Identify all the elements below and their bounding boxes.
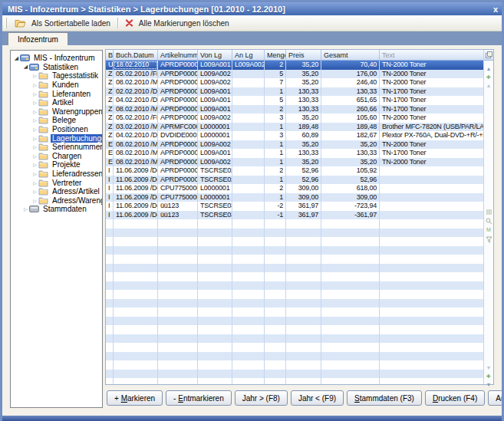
cell-text[interactable]: TN-2000 Toner (380, 158, 483, 167)
collapse-arrow-icon[interactable]: ◢ (13, 55, 20, 61)
table-row[interactable]: Z03.02.2010 /MiAPRMFC00001L00000011189,4… (106, 123, 483, 132)
scroll-up-icon[interactable]: ▲ (484, 83, 493, 88)
cell-von[interactable]: L009A002 (198, 113, 232, 123)
cell-von[interactable]: L009A002 (198, 70, 232, 79)
cell-datum[interactable]: 04.02.2010 /Do (114, 96, 158, 105)
scroll-last-icon[interactable]: ▼ (484, 382, 493, 387)
cell-menge[interactable]: -2 (265, 202, 286, 211)
cell-gesamt[interactable]: 176,00 (321, 70, 380, 79)
column-header-von[interactable]: Von Lg (198, 50, 232, 60)
cell-gesamt[interactable]: 130,33 (321, 87, 380, 97)
cell-von[interactable]: L009A002 (198, 78, 232, 87)
cell-preis[interactable]: 52,96 (286, 166, 321, 176)
expand-arrow-icon[interactable]: ▷ (31, 180, 38, 186)
cell-typ[interactable]: Z (106, 78, 114, 87)
cell-preis[interactable]: 35,20 (286, 158, 321, 167)
cell-von[interactable]: L009A001 (198, 105, 232, 114)
table-row[interactable]: Z05.02.2010 /FrAPRDP00001L009A002535,201… (106, 70, 483, 79)
cell-von[interactable]: TSCRSE02 (198, 166, 232, 176)
cell-artikel[interactable]: CPU77500007 (158, 184, 198, 193)
columns-icon[interactable] (484, 209, 493, 215)
cell-text[interactable]: TN-1700 Toner (380, 87, 483, 97)
cell-gesamt[interactable]: 651,65 (321, 96, 380, 105)
tree-item-stammdaten[interactable]: ▷Stammdaten (11, 205, 102, 214)
cell-datum[interactable]: 11.06.2009 /Do (114, 202, 158, 211)
cell-von[interactable]: L0000001 (198, 131, 232, 140)
cell-datum[interactable]: 11.06.2009 /Do (114, 184, 158, 193)
cell-menge[interactable]: 1 (265, 123, 286, 132)
cell-von[interactable]: TSCRSE03 (198, 211, 232, 220)
cell-typ[interactable]: Z (106, 131, 114, 140)
table-row[interactable]: I11.06.2009 /Doüü123TSCRSE03-1361,97-361… (106, 211, 483, 220)
button-stammdaten-f3[interactable]: Stammdaten (F3) (347, 390, 422, 406)
scroll-down-icon[interactable]: ▼ (484, 365, 493, 370)
cell-menge[interactable]: 1 (265, 149, 286, 158)
scroll-first-icon[interactable]: ▲ (484, 66, 493, 71)
tree-item-mis-infozentrum[interactable]: ◢MIS - Infozentrum (11, 54, 102, 63)
cell-menge[interactable]: 5 (265, 70, 286, 79)
tree-item-seriennummern[interactable]: ▷Seriennummern (11, 143, 102, 152)
close-icon[interactable]: x (489, 5, 502, 14)
cell-gesamt[interactable]: 130,33 (321, 149, 380, 158)
cell-von[interactable]: L009A001 (198, 87, 232, 97)
cell-menge[interactable]: 1 (265, 176, 286, 185)
button-jahr-f9[interactable]: Jahr < (F9) (291, 390, 344, 406)
cell-text[interactable] (380, 211, 483, 220)
cell-text[interactable]: TN-2000 Toner (380, 70, 483, 79)
table-row[interactable]: Z02.02.2010 /DiAPRDP00002L009A0011130,33… (106, 87, 483, 97)
cell-preis[interactable]: 130,33 (286, 96, 321, 105)
expand-arrow-icon[interactable]: ▷ (31, 82, 38, 87)
cell-gesamt[interactable]: 105,92 (321, 166, 380, 176)
cell-preis[interactable]: 361,97 (286, 202, 321, 211)
cell-artikel[interactable]: APRDP00002 (158, 96, 198, 105)
cell-an[interactable] (232, 193, 265, 202)
cell-menge[interactable]: 1 (265, 87, 286, 97)
cell-artikel[interactable]: APRDP00001 (158, 61, 198, 70)
mark-icon[interactable]: M (484, 227, 493, 232)
column-header-text[interactable]: Text (380, 50, 483, 60)
tree-item-lagerbuchungen[interactable]: ▷Lagerbuchungen (11, 133, 102, 143)
cell-typ[interactable]: Z (106, 113, 114, 123)
cell-artikel[interactable]: APRDP00004 (158, 166, 198, 176)
cell-menge[interactable]: 3 (265, 113, 286, 123)
cell-an[interactable] (232, 87, 265, 97)
cell-artikel[interactable]: APRDP00002 (158, 105, 198, 114)
cell-text[interactable]: TN-2000 Toner (380, 61, 483, 70)
expand-arrow-icon[interactable]: ▷ (31, 109, 38, 114)
expand-arrow-icon[interactable]: ▷ (31, 91, 38, 97)
cell-preis[interactable]: 35,20 (286, 78, 321, 87)
cell-gesamt[interactable]: 309,00 (321, 193, 380, 202)
cell-datum[interactable]: 11.06.2009 /Do (114, 166, 158, 176)
cell-von[interactable]: TSCRSE02 (198, 176, 232, 185)
cell-preis[interactable]: 361,97 (286, 211, 321, 220)
cell-typ[interactable]: I (106, 193, 114, 202)
cell-typ[interactable]: I (106, 184, 114, 193)
load-sort-table-button[interactable]: Als Sortiertabelle laden (10, 16, 115, 31)
cell-preis[interactable]: 130,33 (286, 105, 321, 114)
cell-preis[interactable]: 189,48 (286, 123, 321, 132)
column-header-datum[interactable]: Buch.Datum (114, 50, 158, 60)
button-drucken-f4[interactable]: Drucken (F4) (425, 390, 485, 406)
cell-menge[interactable]: 2 (265, 184, 286, 193)
cell-von[interactable]: L009A002 (198, 140, 232, 150)
cell-menge[interactable]: 7 (265, 78, 286, 87)
cell-artikel[interactable]: APRDP00003 (158, 113, 198, 123)
expand-arrow-icon[interactable]: ▷ (31, 100, 38, 105)
cell-gesamt[interactable]: 246,40 (321, 78, 380, 87)
cell-datum[interactable]: 11.06.2009 /Do (114, 211, 158, 220)
cell-an[interactable] (232, 105, 265, 114)
expand-arrow-icon[interactable]: ▷ (31, 127, 38, 132)
expand-arrow-icon[interactable]: ▷ (31, 153, 38, 159)
tab-infozentrum[interactable]: Infozentrum (8, 32, 68, 45)
cell-preis[interactable]: 35,20 (286, 70, 321, 79)
table-row[interactable]: E08.02.2010 /MoAPRDP00003L009A002135,203… (106, 158, 483, 167)
cell-gesamt[interactable]: 189,48 (321, 123, 380, 132)
cell-text[interactable]: Plextor PX-760A, Dual-DVD-+R/-+RW, 18/18… (380, 131, 483, 140)
expand-arrow-icon[interactable]: ▷ (31, 136, 38, 141)
cell-typ[interactable]: Z (106, 123, 114, 132)
table-row[interactable]: E08.02.2010 /MoAPRDP00001L009A002135,203… (106, 140, 483, 150)
cell-text[interactable]: TN-1700 Toner (380, 105, 483, 114)
cell-typ[interactable]: I (106, 176, 114, 185)
cell-artikel[interactable]: üü123 (158, 211, 198, 220)
expand-arrow-icon[interactable]: ▷ (22, 206, 29, 212)
